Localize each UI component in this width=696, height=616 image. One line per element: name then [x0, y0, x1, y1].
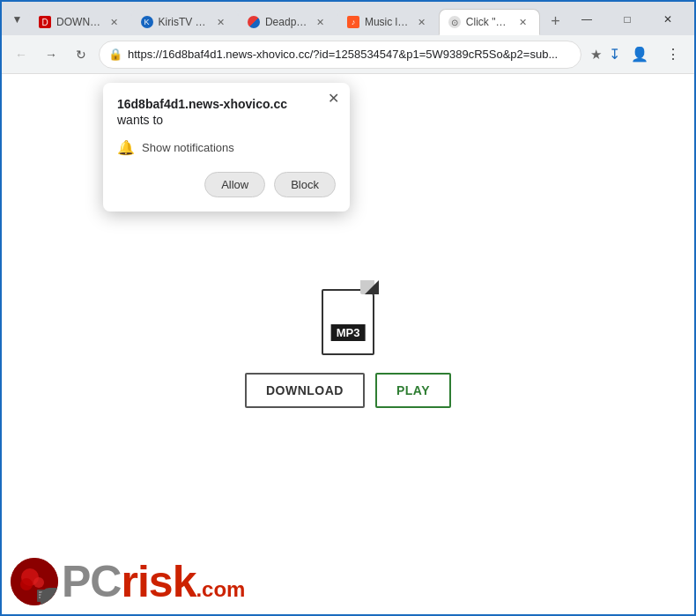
new-tab-button[interactable]: + [544, 9, 567, 33]
tab-3-title: Deadpo... [265, 16, 308, 28]
popup-buttons: Allow Block [117, 172, 336, 197]
reload-button[interactable]: ↻ [69, 42, 93, 67]
tab-2[interactable]: K KirisTV D... ✕ [131, 9, 238, 35]
download-icon[interactable]: ↧ [609, 46, 620, 63]
security-icon: 🔒 [108, 48, 122, 61]
svg-point-3 [20, 578, 33, 590]
svg-rect-6 [39, 594, 48, 596]
tab-5-title: Click "Al... [466, 16, 511, 28]
mp3-file-icon: MP3 [317, 280, 379, 355]
tab-5[interactable]: ⊙ Click "Al... ✕ [439, 9, 540, 35]
mp3-icon-corner [365, 280, 379, 294]
tab-4-close[interactable]: ✕ [415, 15, 429, 29]
tab-bar: ▼ D DOWNL... ✕ K KirisTV D... ✕ Deadpo..… [2, 2, 694, 35]
download-button[interactable]: DOWNLOAD [245, 373, 365, 408]
popup-domain: 16d8baf4d1.news-xhovico.cc [117, 97, 336, 111]
tab-4-title: Music la... [365, 16, 410, 28]
tab-1-title: DOWNL... [56, 16, 102, 28]
popup-permission-text: Show notifications [142, 141, 234, 154]
tab-3[interactable]: Deadpo... ✕ [238, 9, 337, 35]
pcrisk-badge-icon [11, 558, 58, 605]
tab-scroll-btn[interactable]: ▼ [5, 7, 29, 32]
page-content: ✕ 16d8baf4d1.news-xhovico.cc wants to 🔔 … [2, 74, 694, 614]
back-button[interactable]: ← [9, 42, 33, 67]
tab-3-close[interactable]: ✕ [314, 15, 328, 29]
pcrisk-text-group: PC risk .com [62, 560, 245, 604]
address-bar: ← → ↻ 🔒 https://16d8baf4d1.news-xhovico.… [2, 35, 694, 74]
close-button[interactable]: ✕ [648, 7, 687, 32]
profile-icon[interactable]: 👤 [626, 41, 654, 69]
maximize-button[interactable]: □ [608, 7, 647, 32]
popup-wants-text: wants to [117, 113, 336, 127]
tab-3-favicon [248, 16, 260, 28]
browser-frame: ▼ D DOWNL... ✕ K KirisTV D... ✕ Deadpo..… [2, 2, 694, 614]
tab-1-close[interactable]: ✕ [107, 15, 122, 29]
url-display: https://16d8baf4d1.news-xhovico.cc/?id=1… [128, 48, 572, 61]
window-controls: — □ ✕ [567, 7, 691, 35]
action-buttons: DOWNLOAD PLAY [245, 373, 451, 408]
notification-popup: ✕ 16d8baf4d1.news-xhovico.cc wants to 🔔 … [103, 83, 350, 212]
svg-rect-7 [39, 597, 45, 598]
svg-rect-5 [39, 591, 48, 593]
tab-1-favicon: D [39, 16, 51, 28]
svg-point-2 [33, 577, 44, 588]
minimize-button[interactable]: — [567, 7, 606, 32]
menu-icon[interactable]: ⋮ [659, 41, 687, 69]
pcrisk-badge-svg [11, 558, 58, 605]
mp3-label: MP3 [331, 324, 366, 341]
pcrisk-pc-text: PC [62, 560, 121, 604]
tab-2-favicon: K [141, 16, 153, 28]
mp3-icon-background [322, 289, 374, 355]
tab-2-title: KirisTV D... [159, 16, 209, 28]
tab-4[interactable]: ♪ Music la... ✕ [337, 9, 439, 35]
bookmark-icon[interactable]: ★ [590, 47, 602, 63]
tab-1[interactable]: D DOWNL... ✕ [29, 9, 131, 35]
forward-button[interactable]: → [39, 42, 63, 67]
block-button[interactable]: Block [274, 172, 336, 197]
tab-4-favicon: ♪ [347, 16, 359, 28]
pcrisk-risk-text: risk [121, 560, 196, 604]
tab-5-favicon: ⊙ [448, 16, 461, 28]
address-input-wrap[interactable]: 🔒 https://16d8baf4d1.news-xhovico.cc/?id… [99, 41, 581, 69]
bell-icon: 🔔 [117, 139, 135, 156]
tab-2-close[interactable]: ✕ [214, 15, 228, 29]
pcrisk-dotcom-text: .com [196, 577, 245, 602]
popup-permission: 🔔 Show notifications [117, 139, 336, 156]
popup-close-button[interactable]: ✕ [328, 92, 339, 106]
allow-button[interactable]: Allow [204, 172, 265, 197]
play-button[interactable]: PLAY [375, 373, 451, 408]
pcrisk-logo: PC risk .com [11, 558, 245, 605]
tab-5-close[interactable]: ✕ [516, 15, 530, 29]
